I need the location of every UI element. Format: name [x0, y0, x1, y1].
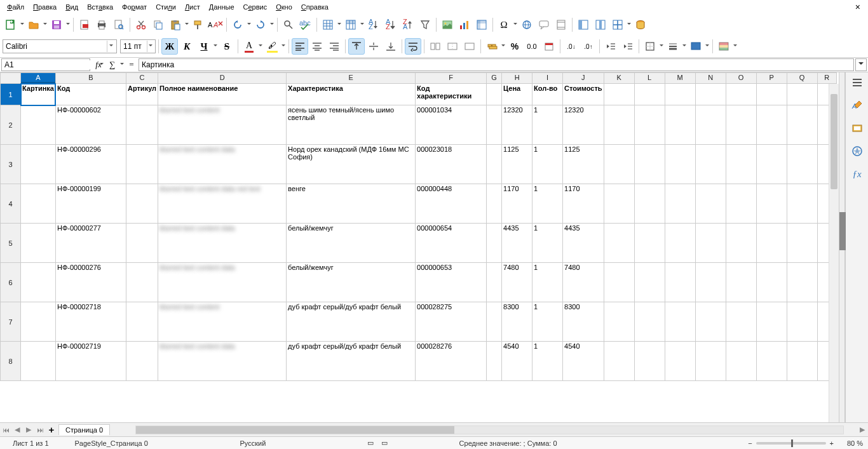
col-header-E[interactable]: E — [287, 73, 416, 84]
cell-P6[interactable] — [756, 263, 787, 302]
cell-F3[interactable]: 000023018 — [416, 145, 487, 184]
insert-chart-icon[interactable] — [456, 17, 473, 33]
cell-P4[interactable] — [756, 184, 787, 224]
headers-footers-icon[interactable] — [553, 17, 569, 33]
row-header-3[interactable]: 3 — [1, 145, 21, 184]
cell-I3[interactable]: 1 — [532, 145, 563, 184]
cell-B4[interactable]: НФ-00000199 — [55, 184, 126, 224]
status-stats[interactable]: Среднее значение: ; Сумма: 0 — [444, 439, 571, 447]
cell-D6[interactable]: blurred text content data — [158, 263, 287, 302]
cell-Q1[interactable] — [787, 84, 817, 105]
col-header-D[interactable]: D — [158, 73, 287, 84]
status-insert-mode-icon[interactable]: ▭ — [367, 439, 374, 447]
increase-indent-button[interactable] — [620, 38, 636, 55]
bg-color-button[interactable] — [688, 38, 704, 55]
menu-tools[interactable]: Сервис — [239, 2, 272, 12]
cell-A4[interactable] — [21, 184, 56, 224]
cell-M8[interactable] — [665, 342, 695, 381]
sum-dropdown[interactable] — [119, 57, 125, 73]
cell-F8[interactable]: 000028276 — [416, 342, 487, 381]
cell-E4[interactable]: венге — [287, 184, 416, 224]
sort-asc-icon[interactable]: AZ — [383, 17, 399, 33]
tab-last-button[interactable]: ⏭ — [34, 424, 46, 436]
select-all-corner[interactable] — [1, 73, 21, 84]
cell-C8[interactable] — [126, 342, 158, 381]
decrease-indent-button[interactable] — [602, 38, 619, 55]
cell-M5[interactable] — [665, 224, 695, 263]
cell-H7[interactable]: 8300 — [502, 302, 532, 342]
autofilter-icon[interactable] — [417, 17, 433, 33]
cell-A2[interactable] — [21, 105, 56, 145]
cell-A3[interactable] — [21, 145, 56, 184]
cell-B5[interactable]: НФ-00000277 — [55, 224, 126, 263]
clone-format-icon[interactable] — [190, 17, 207, 33]
horizontal-scrollbar[interactable] — [135, 426, 844, 434]
function-wizard-button[interactable]: fx — [92, 58, 105, 71]
row-header-5[interactable]: 5 — [1, 224, 21, 263]
open-dropdown[interactable] — [43, 17, 48, 33]
sidebar-functions-icon[interactable]: ƒx — [850, 166, 865, 182]
cell-N6[interactable] — [695, 263, 726, 302]
row-header-4[interactable]: 4 — [1, 184, 21, 224]
cell-F1[interactable]: Код характеристики — [416, 84, 487, 105]
menu-format[interactable]: Формат — [118, 2, 151, 12]
cell-G4[interactable] — [487, 184, 502, 224]
unmerge-button[interactable] — [461, 38, 478, 55]
sidebar-menu-icon[interactable] — [850, 75, 865, 90]
print-preview-icon[interactable] — [111, 17, 127, 33]
col-header-M[interactable]: M — [665, 73, 695, 84]
col-header-I[interactable]: I — [532, 73, 563, 84]
tab-prev-button[interactable]: ◀ — [11, 424, 23, 436]
spreadsheet-grid[interactable]: ABCDEFGHIJKLMNOPQR1КартинкаКодАртикулПол… — [0, 72, 837, 381]
col-header-C[interactable]: C — [126, 73, 158, 84]
cell-J4[interactable]: 1170 — [563, 184, 604, 224]
sheet-tab[interactable]: Страница 0 — [58, 424, 110, 435]
cell-C1[interactable]: Артикул — [126, 84, 158, 105]
cell-C2[interactable] — [126, 105, 158, 145]
cell-I6[interactable]: 1 — [532, 263, 563, 302]
cell-P2[interactable] — [756, 105, 787, 145]
tab-add-button[interactable]: + — [46, 424, 57, 436]
col-header-J[interactable]: J — [563, 73, 604, 84]
cell-N3[interactable] — [695, 145, 726, 184]
menu-data[interactable]: Данные — [205, 2, 239, 12]
cell-K6[interactable] — [604, 263, 634, 302]
col-header-R[interactable]: R — [817, 73, 836, 84]
zoom-out-button[interactable]: − — [748, 439, 752, 447]
underline-button[interactable]: Ч — [196, 38, 212, 55]
new-doc-icon[interactable] — [3, 17, 19, 33]
cell-B8[interactable]: НФ-00002719 — [55, 342, 126, 381]
percent-button[interactable]: % — [506, 38, 523, 55]
align-middle-button[interactable] — [365, 38, 382, 55]
cell-Q2[interactable] — [787, 105, 817, 145]
cell-L7[interactable] — [634, 302, 665, 342]
split-window-icon[interactable] — [609, 17, 626, 33]
cell-D2[interactable]: blurred text content — [158, 105, 287, 145]
save-dropdown[interactable] — [65, 17, 71, 33]
cell-L4[interactable] — [634, 184, 665, 224]
cell-P3[interactable] — [756, 145, 787, 184]
cell-B6[interactable]: НФ-00000276 — [55, 263, 126, 302]
status-sheet[interactable]: Лист 1 из 1 — [0, 439, 62, 447]
number-format-button[interactable]: 0.0 — [524, 38, 540, 55]
col-header-B[interactable]: B — [55, 73, 126, 84]
cell-E6[interactable]: белый/жемчуг — [287, 263, 416, 302]
remove-decimal-button[interactable]: .0↑ — [580, 38, 597, 55]
cell-K3[interactable] — [604, 145, 634, 184]
cell-I4[interactable]: 1 — [532, 184, 563, 224]
export-pdf-icon[interactable] — [76, 17, 93, 33]
cell-F2[interactable]: 000001034 — [416, 105, 487, 145]
cell-J8[interactable]: 4540 — [563, 342, 604, 381]
cell-C7[interactable] — [126, 302, 158, 342]
cell-G1[interactable] — [487, 84, 502, 105]
cell-F6[interactable]: 000000653 — [416, 263, 487, 302]
special-char-dropdown[interactable] — [513, 17, 518, 33]
cell-N7[interactable] — [695, 302, 726, 342]
cell-M2[interactable] — [665, 105, 695, 145]
clear-format-icon[interactable]: AA — [207, 17, 224, 33]
cell-B7[interactable]: НФ-00002718 — [55, 302, 126, 342]
insert-comment-icon[interactable] — [536, 17, 552, 33]
cell-I7[interactable]: 1 — [532, 302, 563, 342]
cell-A7[interactable] — [21, 302, 56, 342]
cell-M3[interactable] — [665, 145, 695, 184]
